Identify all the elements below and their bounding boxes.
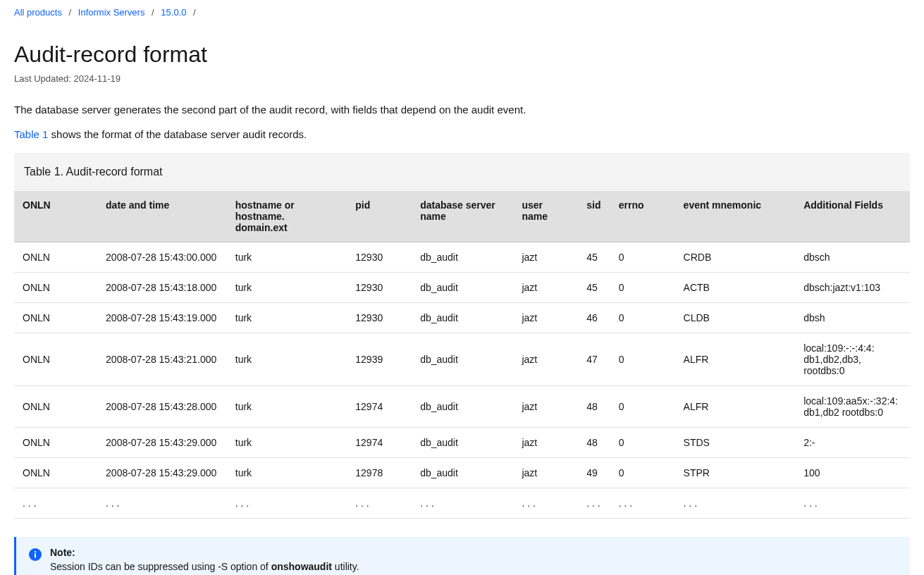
- intro-paragraph-2: Table 1 shows the format of the database…: [14, 128, 910, 140]
- col-header-username: user name: [513, 191, 578, 242]
- table-cell: 49: [578, 458, 610, 488]
- table-cell: 2008-07-28 15:43:21.000: [97, 333, 227, 386]
- table-cell: jazt: [513, 273, 578, 303]
- info-icon: [29, 548, 42, 561]
- note-content: Note: Session IDs can be suppressed usin…: [50, 547, 897, 575]
- table-cell: 12930: [347, 242, 412, 273]
- note-text-code: onshowaudit: [271, 561, 332, 572]
- table-cell: db_audit: [412, 303, 513, 333]
- table-cell: turk: [227, 242, 347, 273]
- table-cell: ONLN: [14, 333, 97, 386]
- note-box: Note: Session IDs can be suppressed usin…: [14, 537, 910, 575]
- table-cell: . . .: [14, 488, 97, 519]
- table-cell: ONLN: [14, 458, 97, 488]
- table-caption: Table 1. Audit-record format: [14, 153, 910, 191]
- table-cell: 0: [610, 303, 675, 333]
- table-cell: 48: [578, 386, 610, 428]
- table-cell: dbsch:jazt:v1:103: [795, 273, 910, 303]
- table-cell: 0: [610, 242, 675, 273]
- col-header-onln: ONLN: [14, 191, 97, 242]
- table-cell: . . .: [795, 488, 910, 519]
- breadcrumb-link-informix-servers[interactable]: Informix Servers: [78, 7, 145, 18]
- table-cell: 12930: [347, 303, 412, 333]
- table-cell: 100: [795, 458, 910, 488]
- table-row: ONLN2008-07-28 15:43:21.000turk12939db_a…: [14, 333, 910, 386]
- table-cell: 45: [578, 273, 610, 303]
- table-cell: db_audit: [412, 386, 513, 428]
- table-cell: jazt: [513, 458, 578, 488]
- table-cell: turk: [227, 386, 347, 428]
- table-cell: db_audit: [412, 428, 513, 458]
- breadcrumb: All products / Informix Servers / 15.0.0…: [14, 0, 910, 25]
- table-cell: ONLN: [14, 273, 97, 303]
- breadcrumb-sep: /: [69, 7, 72, 18]
- table-cell: 47: [578, 333, 610, 386]
- table-cell: local:109:-:-:4:4: db1,db2,db3, rootdbs:…: [795, 333, 910, 386]
- table-cell: 12978: [347, 458, 412, 488]
- table-cell: ONLN: [14, 303, 97, 333]
- note-text-suffix: utility.: [332, 561, 359, 572]
- table-cell: 45: [578, 242, 610, 273]
- table-cell: db_audit: [412, 333, 513, 386]
- table-cell: ONLN: [14, 242, 97, 273]
- note-label: Note:: [50, 547, 897, 558]
- intro-paragraph-2-rest: shows the format of the database server …: [48, 128, 307, 140]
- breadcrumb-link-version[interactable]: 15.0.0: [161, 7, 186, 18]
- table-cell: CLDB: [675, 303, 796, 333]
- table-cell: 48: [578, 428, 610, 458]
- col-header-host: hostname or hostname. domain.ext: [227, 191, 347, 242]
- table-row: ONLN2008-07-28 15:43:29.000turk12974db_a…: [14, 428, 910, 458]
- table-cell: db_audit: [412, 458, 513, 488]
- table-header-row: ONLN date and time hostname or hostname.…: [14, 191, 910, 242]
- table-cell: 12974: [347, 386, 412, 428]
- table-cell: STPR: [675, 458, 796, 488]
- table-cell: 2008-07-28 15:43:29.000: [97, 458, 227, 488]
- table-cell: ACTB: [675, 273, 796, 303]
- table-row: ONLN2008-07-28 15:43:00.000turk12930db_a…: [14, 242, 910, 273]
- breadcrumb-link-all-products[interactable]: All products: [14, 7, 62, 18]
- table-cell: 2:-: [795, 428, 910, 458]
- col-header-errno: errno: [610, 191, 675, 242]
- table-cell: ALFR: [675, 333, 796, 386]
- table-cell: 2008-07-28 15:43:28.000: [97, 386, 227, 428]
- table-1-link[interactable]: Table 1: [14, 128, 48, 140]
- table-cell: db_audit: [412, 273, 513, 303]
- table-cell: dbsh: [795, 303, 910, 333]
- breadcrumb-sep: /: [193, 7, 196, 18]
- table-cell: db_audit: [412, 242, 513, 273]
- table-cell: 0: [610, 273, 675, 303]
- col-header-additional: Additional Fields: [795, 191, 910, 242]
- table-cell: 0: [610, 386, 675, 428]
- note-text-prefix: Session IDs can be suppressed using -S o…: [50, 561, 271, 572]
- table-cell: CRDB: [675, 242, 796, 273]
- table-cell: STDS: [675, 428, 796, 458]
- col-header-dbserver: database server name: [412, 191, 513, 242]
- col-header-sid: sid: [578, 191, 610, 242]
- table-cell: turk: [227, 273, 347, 303]
- table-cell: 0: [610, 333, 675, 386]
- last-updated: Last Updated: 2024-11-19: [14, 73, 910, 84]
- table-cell: . . .: [513, 488, 578, 519]
- audit-record-table: ONLN date and time hostname or hostname.…: [14, 191, 910, 519]
- table-cell: jazt: [513, 386, 578, 428]
- col-header-date: date and time: [97, 191, 227, 242]
- table-cell: 2008-07-28 15:43:19.000: [97, 303, 227, 333]
- table-cell: 2008-07-28 15:43:00.000: [97, 242, 227, 273]
- table-cell: . . .: [610, 488, 675, 519]
- table-cell: ONLN: [14, 386, 97, 428]
- table-cell: ONLN: [14, 428, 97, 458]
- table-cell: 12930: [347, 273, 412, 303]
- table-cell: . . .: [412, 488, 513, 519]
- table-cell: . . .: [578, 488, 610, 519]
- col-header-mnemonic: event mnemonic: [675, 191, 796, 242]
- table-cell: jazt: [513, 303, 578, 333]
- table-cell: jazt: [513, 428, 578, 458]
- table-row: ONLN2008-07-28 15:43:29.000turk12978db_a…: [14, 458, 910, 488]
- table-cell: dbsch: [795, 242, 910, 273]
- table-row: . . .. . .. . .. . .. . .. . .. . .. . .…: [14, 488, 910, 519]
- table-row: ONLN2008-07-28 15:43:28.000turk12974db_a…: [14, 386, 910, 428]
- table-row: ONLN2008-07-28 15:43:19.000turk12930db_a…: [14, 303, 910, 333]
- table-cell: turk: [227, 303, 347, 333]
- page-title: Audit-record format: [14, 42, 910, 68]
- col-header-pid: pid: [347, 191, 412, 242]
